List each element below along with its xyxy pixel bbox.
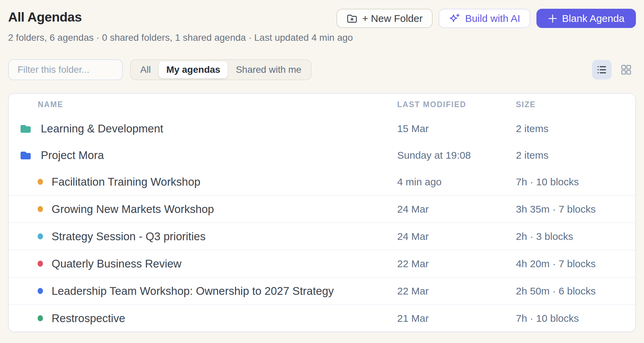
name-cell: Quaterly Business Review — [9, 257, 397, 270]
grid-view-icon — [621, 64, 632, 75]
tab-shared-with-me[interactable]: Shared with me — [228, 61, 309, 78]
last-modified-cell: 22 Mar — [397, 258, 516, 270]
name-cell: Leadership Team Workshop: Ownership to 2… — [9, 285, 397, 298]
agenda-dot-icon — [37, 206, 43, 212]
table-row[interactable]: Restrospective 21 Mar 7h · 10 blocks — [9, 304, 635, 332]
column-header-size: SIZE — [516, 100, 536, 109]
scope-tabs: All My agendas Shared with me — [130, 59, 312, 80]
view-toggles — [592, 60, 636, 80]
list-view-icon — [597, 65, 607, 75]
name-cell: Growing New Markets Workshop — [9, 203, 397, 216]
build-with-ai-button[interactable]: Build with AI — [439, 9, 530, 28]
item-name: Restrospective — [52, 312, 125, 325]
table-row[interactable]: Learning & Development 15 Mar 2 items — [9, 115, 635, 142]
agenda-dot-icon — [37, 315, 43, 321]
size-cell: 7h · 10 blocks — [516, 176, 635, 188]
build-with-ai-label: Build with AI — [465, 13, 520, 24]
blank-agenda-button[interactable]: Blank Agenda — [536, 9, 636, 28]
item-name: Strategy Session - Q3 priorities — [52, 230, 206, 243]
summary-text: 2 folders, 6 agendas · 0 shared folders,… — [8, 32, 636, 43]
name-cell: Learning & Development — [9, 122, 397, 135]
last-modified-cell: 21 Mar — [397, 313, 516, 324]
table-row[interactable]: Facilitation Training Workshop 4 min ago… — [9, 168, 635, 195]
size-cell: 2 items — [516, 150, 635, 161]
new-folder-label: + New Folder — [362, 13, 422, 24]
name-cell: Restrospective — [9, 312, 397, 325]
size-cell: 3h 35m · 7 blocks — [516, 204, 635, 215]
filter-input[interactable] — [8, 59, 123, 80]
folder-icon — [20, 151, 31, 160]
agenda-dot-icon — [37, 288, 43, 294]
folder-plus-icon — [347, 13, 357, 24]
new-folder-button[interactable]: + New Folder — [336, 9, 433, 28]
tab-my-agendas[interactable]: My agendas — [159, 61, 228, 78]
size-cell: 7h · 10 blocks — [516, 313, 635, 324]
table-row[interactable]: Quaterly Business Review 22 Mar 4h 20m ·… — [9, 250, 635, 277]
item-name: Leadership Team Workshop: Ownership to 2… — [52, 285, 334, 298]
column-header-name: NAME — [9, 100, 397, 109]
size-cell: 4h 20m · 7 blocks — [516, 258, 635, 270]
item-name: Growing New Markets Workshop — [52, 203, 214, 216]
sparkles-icon — [449, 13, 460, 24]
item-name: Learning & Development — [41, 122, 163, 135]
agenda-dot-icon — [37, 260, 43, 267]
tab-all[interactable]: All — [133, 61, 158, 78]
grid-view-button[interactable] — [616, 60, 636, 80]
folder-icon — [20, 124, 31, 133]
page-title: All Agendas — [8, 9, 82, 26]
size-cell: 2h · 3 blocks — [516, 231, 635, 242]
agenda-dot-icon — [37, 233, 43, 240]
toolbar: All My agendas Shared with me — [8, 59, 636, 80]
last-modified-cell: 24 Mar — [397, 204, 516, 215]
header: All Agendas + New Folder — [8, 0, 636, 28]
plus-icon — [548, 14, 557, 23]
last-modified-cell: 24 Mar — [397, 231, 516, 242]
blank-agenda-label: Blank Agenda — [562, 13, 624, 24]
agendas-page: All Agendas + New Folder — [0, 0, 644, 343]
table-header: NAME LAST MODIFIED SIZE — [9, 94, 635, 115]
table-row[interactable]: Leadership Team Workshop: Ownership to 2… — [9, 277, 635, 304]
agendas-table: NAME LAST MODIFIED SIZE Learning & Devel… — [8, 93, 636, 332]
last-modified-cell: Sunday at 19:08 — [397, 150, 516, 161]
table-row[interactable]: Strategy Session - Q3 priorities 24 Mar … — [9, 222, 635, 250]
size-cell: 2 items — [516, 123, 635, 134]
item-name: Quaterly Business Review — [52, 257, 181, 270]
name-cell: Strategy Session - Q3 priorities — [9, 230, 397, 243]
table-row[interactable]: Project Mora Sunday at 19:08 2 items — [9, 142, 635, 168]
item-name: Project Mora — [41, 149, 104, 162]
item-name: Facilitation Training Workshop — [52, 176, 200, 188]
last-modified-cell: 15 Mar — [397, 123, 516, 134]
last-modified-cell: 4 min ago — [397, 176, 516, 188]
name-cell: Project Mora — [9, 149, 397, 162]
size-cell: 2h 50m · 6 blocks — [516, 285, 635, 297]
list-view-button[interactable] — [592, 60, 612, 80]
column-header-last-modified: LAST MODIFIED — [397, 100, 516, 109]
name-cell: Facilitation Training Workshop — [9, 176, 397, 188]
agenda-dot-icon — [37, 179, 43, 185]
table-row[interactable]: Growing New Markets Workshop 24 Mar 3h 3… — [9, 195, 635, 222]
last-modified-cell: 22 Mar — [397, 285, 516, 297]
header-actions: + New Folder Build with AI Blank Ag — [336, 9, 636, 28]
